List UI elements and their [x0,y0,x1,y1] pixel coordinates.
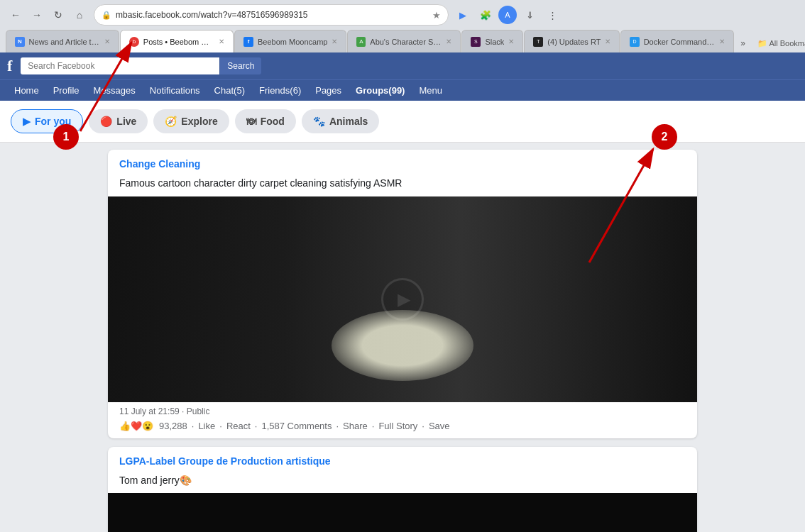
extensions-button[interactable]: 🧩 [476,5,495,25]
watch-filter-bar: ▶ For you 🔴 Live 🧭 Explore 🍽 Food 🐾 Anim… [0,101,805,143]
tab-favicon-2: f [243,37,253,47]
fb-nav-home[interactable]: Home [7,80,46,101]
live-icon: 🔴 [100,116,112,127]
tab-favicon-5: T [533,37,543,47]
tab-close-5[interactable]: ✕ [605,38,610,45]
tabs-bar: N News and Article to... ✕ b Posts • Bee… [0,30,805,52]
download-button[interactable]: ⇓ [520,5,540,25]
post-author-1[interactable]: LGPA-Label Groupe de Production artistiq… [119,455,331,467]
fb-search-button[interactable]: Search [219,57,261,74]
post-card-0: Change Cleaning Famous cartoon character… [108,150,697,438]
star-icon[interactable]: ★ [432,10,441,21]
comments-link-0[interactable]: 1,587 Comments [261,421,332,431]
save-link-0[interactable]: Save [429,421,450,431]
tab-4[interactable]: S Slack ✕ [461,30,523,52]
back-button[interactable]: ← [6,5,26,25]
filter-food[interactable]: 🍽 Food [235,109,296,133]
food-icon: 🍽 [246,116,256,127]
fb-search-input[interactable] [21,57,219,74]
video-container-1[interactable]: ▶ [108,493,697,532]
post-title-1: Tom and jerry🎨 [108,471,697,494]
cast-button[interactable]: ▶ [453,5,473,25]
facebook-header: f Search Home Profile Messages Notificat… [0,52,805,101]
post-header-0: Change Cleaning [108,150,697,174]
fb-nav-chat[interactable]: Chat(5) [207,80,252,101]
post-meta-0: 11 July at 21:59 · Public [119,406,686,421]
share-link-0[interactable]: Share [343,421,368,431]
facebook-logo: f [7,57,12,75]
nav-buttons: ← → ↻ ⌂ [6,5,89,25]
tab-favicon-1: b [129,37,139,47]
post-card-1: LGPA-Label Groupe de Production artistiq… [108,447,697,532]
filter-live[interactable]: 🔴 Live [89,109,148,133]
filter-explore-label: Explore [181,116,217,127]
fb-nav-messages[interactable]: Messages [87,80,143,101]
tab-favicon-0: N [15,37,25,47]
filter-for-you[interactable]: ▶ For you [11,109,83,133]
bookmarks-button[interactable]: 📁 All Bookmarks [752,35,805,52]
cleaning-visual [332,310,473,381]
lock-icon: 🔒 [102,11,111,20]
animals-icon: 🐾 [313,116,325,127]
tab-3[interactable]: A Abu's Character Sho... ✕ [347,30,461,52]
tab-label-4: Slack [485,38,504,46]
tab-2[interactable]: f Beebom Mooncamp ✕ [234,30,346,52]
fb-nav-groups[interactable]: Groups(99) [349,80,412,101]
tab-label-6: Docker Commands,... [644,38,716,46]
tab-0[interactable]: N News and Article to... ✕ [6,30,119,52]
tab-label-1: Posts • Beebom —... [143,38,214,46]
filter-food-label: Food [261,116,285,127]
for-you-icon: ▶ [23,116,31,127]
tab-5[interactable]: T (4) Updates RT ✕ [524,30,620,52]
filter-for-you-label: For you [35,116,71,127]
reload-button[interactable]: ↻ [48,5,68,25]
tab-close-6[interactable]: ✕ [719,38,725,45]
profile-button[interactable]: A [498,6,517,24]
forward-button[interactable]: → [27,5,47,25]
post-title-0: Famous cartoon character dirty carpet cl… [108,174,697,196]
browser-actions: ▶ 🧩 A ⇓ ⋮ [453,5,562,25]
fb-nav-pages[interactable]: Pages [308,80,349,101]
tabs-overflow[interactable]: » [735,34,751,52]
fb-nav-notifications[interactable]: Notifications [143,80,207,101]
tab-1[interactable]: b Posts • Beebom —... ✕ [120,30,234,52]
fb-main-nav: Home Profile Messages Notifications Chat… [0,79,805,101]
tab-label-0: News and Article to... [29,38,100,46]
fb-nav-menu[interactable]: Menu [412,80,449,101]
tab-6[interactable]: D Docker Commands,... ✕ [620,30,734,52]
post-author-0[interactable]: Change Cleaning [119,158,200,170]
fullstory-link-0[interactable]: Full Story [378,421,417,431]
watch-container: ▶ For you 🔴 Live 🧭 Explore 🍽 Food 🐾 Anim… [0,101,805,532]
fb-search-bar: Search [21,57,261,74]
tab-favicon-4: S [471,37,481,47]
video-thumbnail-0: ▶ [108,196,697,402]
tab-close-4[interactable]: ✕ [508,38,514,45]
address-bar[interactable]: 🔒 mbasic.facebook.com/watch?v=4875165969… [94,4,449,26]
reaction-count-0: 93,288 [159,421,187,431]
tab-close-2[interactable]: ✕ [332,38,337,45]
fb-top-nav: f Search [0,52,805,79]
tab-close-3[interactable]: ✕ [446,38,451,45]
tab-close-1[interactable]: ✕ [219,38,224,45]
tab-label-5: (4) Updates RT [547,38,601,46]
filter-animals[interactable]: 🐾 Animals [302,109,379,133]
react-link-0[interactable]: React [226,421,251,431]
video-container-0[interactable]: ▶ [108,196,697,402]
posts-area: Change Cleaning Famous cartoon character… [97,143,708,532]
fb-nav-friends[interactable]: Friends(6) [252,80,308,101]
tab-label-2: Beebom Mooncamp [258,38,327,46]
filter-explore[interactable]: 🧭 Explore [153,109,229,133]
fb-nav-profile[interactable]: Profile [46,80,87,101]
tab-favicon-3: A [356,37,366,47]
url-text: mbasic.facebook.com/watch?v=487516596989… [116,10,428,20]
post-header-1: LGPA-Label Groupe de Production artistiq… [108,447,697,471]
tab-close-0[interactable]: ✕ [104,38,110,45]
post-actions-0: 👍❤️😮 93,288 · Like · React · 1,587 Comme… [119,421,686,431]
like-link-0[interactable]: Like [198,421,215,431]
reaction-icons-0: 👍❤️😮 [119,421,153,431]
menu-button[interactable]: ⋮ [542,5,562,25]
explore-icon: 🧭 [165,116,177,127]
home-button[interactable]: ⌂ [70,5,89,25]
tab-favicon-6: D [630,37,639,47]
tab-label-3: Abu's Character Sho... [370,38,442,46]
